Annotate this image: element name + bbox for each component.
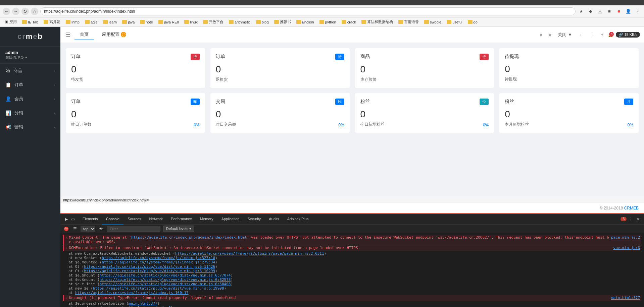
address-bar[interactable]: https://aqielife.cn/index.php/admin/inde… xyxy=(40,7,576,15)
card-header: 订单 昨 xyxy=(71,99,200,105)
folder-icon xyxy=(22,20,27,24)
tab-elements[interactable]: Elements xyxy=(79,214,102,225)
trace-link[interactable]: https://aqielife.cn/static/plug/vue/dist… xyxy=(100,278,231,282)
menu-item-left: 📋 订单 xyxy=(5,82,23,88)
bookmark-crack[interactable]: crack xyxy=(340,19,358,25)
tab-home[interactable]: 首页 xyxy=(75,29,94,40)
bookmark-java[interactable]: java xyxy=(120,19,137,25)
tab-sources[interactable]: Sources xyxy=(123,214,145,225)
tab-application[interactable]: Application xyxy=(217,214,244,225)
trace-link[interactable]: main.html:377 xyxy=(129,301,157,306)
user-area[interactable]: admin 超级管理员 ▾ xyxy=(0,47,60,64)
tab-adblock[interactable]: Adblock Plus xyxy=(283,214,313,225)
error-file-link[interactable]: main.html:377 xyxy=(611,296,640,300)
forward-button[interactable]: → xyxy=(12,8,19,15)
trace-link[interactable]: https://aqielife.cn/system/frame/js/plug… xyxy=(175,251,324,256)
card-badge: 月 xyxy=(624,99,633,105)
dropdown-icon: ▾ xyxy=(25,55,27,60)
bookmark-javare0[interactable]: java RE0 xyxy=(156,19,181,25)
device-icon[interactable]: ▭ xyxy=(70,216,76,222)
extension-icon-3[interactable]: ■ xyxy=(606,8,613,15)
extension-icon-1[interactable]: ◆ xyxy=(587,8,594,15)
trace-link[interactable]: https://aqielife.cn/static/plug/vue/dist… xyxy=(100,282,231,286)
bookmark-aqie[interactable]: aqie xyxy=(83,19,100,25)
card-title: 商品 xyxy=(360,54,370,60)
devtools-tab-icons: ▶ ▭ xyxy=(63,216,76,222)
bookmark-arithmetic[interactable]: arithmetic xyxy=(227,19,253,25)
bookmark-lnmp[interactable]: lnmp xyxy=(64,19,82,25)
bookmark-go[interactable]: go xyxy=(466,19,480,25)
tab-memory[interactable]: Memory xyxy=(196,214,217,225)
home-button[interactable]: ⌂ xyxy=(31,8,38,15)
extension-icon-2[interactable]: △ xyxy=(596,8,604,15)
bookmark-tuijian[interactable]: 推荐书 xyxy=(272,19,293,25)
bookmark-blog[interactable]: blog xyxy=(254,19,271,25)
address-text: https://aqielife.cn/index.php/admin/inde… xyxy=(44,9,135,14)
console-context-select[interactable]: top xyxy=(81,226,95,232)
tab-network[interactable]: Network xyxy=(145,214,167,225)
error-link[interactable]: https://aqielife.cn/index.php/admin/inde… xyxy=(131,235,247,240)
error-file-link[interactable]: pace.min.js:2 xyxy=(611,235,640,240)
back-button[interactable]: ← xyxy=(3,8,10,15)
bookmark-gaobingfa[interactable]: 高并发 xyxy=(42,19,62,25)
forward-nav-button[interactable]: → xyxy=(588,31,596,39)
bookmark-ietab[interactable]: IE Tab xyxy=(20,19,40,25)
bookmark-linux[interactable]: linux xyxy=(182,19,200,25)
bookmark-algorithm[interactable]: 算法和数据结构 xyxy=(359,19,395,25)
copyright-link[interactable]: CRMEB xyxy=(624,206,639,210)
card-label: 退换货 xyxy=(216,77,344,82)
tab-security[interactable]: Security xyxy=(243,214,265,225)
bookmark-baidu[interactable]: 百度语音 xyxy=(396,19,421,25)
trace-link[interactable]: https://aqielife.cn/system/frame/js/inde… xyxy=(102,260,215,264)
bookmark-star-icon[interactable]: ★ xyxy=(578,8,585,15)
card-percentage: 0% xyxy=(194,123,199,127)
trace-link[interactable]: vue.min.js:6 xyxy=(144,306,170,307)
trace-link[interactable]: https://aqielife.cn/static/plug/vue/dist… xyxy=(93,286,224,291)
tab-console[interactable]: Console xyxy=(102,214,123,225)
refresh-button[interactable]: ↻ xyxy=(21,8,29,15)
arrow-icon: › xyxy=(54,83,55,87)
tab-app-config[interactable]: 应用配置 ◯ xyxy=(97,29,132,40)
bookmark-note[interactable]: note xyxy=(138,19,155,25)
card-number: 0 xyxy=(71,64,200,75)
bookmark-python[interactable]: python xyxy=(317,19,338,25)
back-nav-button[interactable]: ← xyxy=(577,31,585,39)
console-filter-input[interactable] xyxy=(107,226,160,232)
user-avatar-icon[interactable]: 👤 xyxy=(625,8,632,15)
trace-link[interactable]: https://aqielife.cn/static/plug/vue/dist… xyxy=(100,273,231,278)
tab-performance[interactable]: Performance xyxy=(167,214,196,225)
prev-tab-button[interactable]: « xyxy=(538,31,544,39)
menu-icon[interactable]: ⋮ xyxy=(634,8,641,15)
show-drawer-icon[interactable]: ☰ xyxy=(72,226,78,232)
card-badge: 昨 xyxy=(191,99,200,105)
console-levels-select[interactable]: Default levels ▾ xyxy=(163,226,194,232)
error-icon: ⚠ xyxy=(65,246,68,250)
error-file-link[interactable]: vue.min.js:6 xyxy=(613,246,640,250)
bookmark-learn[interactable]: learn xyxy=(101,19,119,25)
close-tab-button[interactable]: 关闭 ▼ xyxy=(556,30,574,39)
sidebar-item-members[interactable]: 👤 会员 › xyxy=(0,92,60,106)
extension-icon-4[interactable]: ■ xyxy=(615,8,623,15)
tab-audits[interactable]: Audits xyxy=(265,214,283,225)
next-tab-button[interactable]: » xyxy=(547,31,553,39)
sidebar-item-distribution[interactable]: 📊 分销 › xyxy=(0,106,60,120)
bookmark-apps[interactable]: ▣ 应用 xyxy=(3,19,19,25)
clear-console-icon[interactable]: ⛔ xyxy=(63,226,69,232)
trace-link[interactable]: https://aqielife.cn/static/plug/vue/dist… xyxy=(84,264,215,269)
sidebar-item-orders[interactable]: 📋 订单 › xyxy=(0,78,60,92)
inspect-icon[interactable]: ▶ xyxy=(63,216,69,222)
devtools-close-icon[interactable]: ✕ xyxy=(635,216,641,222)
hamburger-button[interactable]: ☰ xyxy=(64,30,72,39)
bookmark-swoole[interactable]: swoole xyxy=(422,19,443,25)
bookmark-useful[interactable]: useful xyxy=(445,19,464,25)
eye-icon[interactable]: 👁 xyxy=(98,226,104,232)
trace-link[interactable]: https://aqielife.cn/static/plug/vue/dist… xyxy=(84,269,215,273)
sidebar-item-products[interactable]: 🛍 商品 › xyxy=(0,64,60,78)
bookmark-openplatform[interactable]: 开放平台 xyxy=(201,19,226,25)
trace-link[interactable]: https://aqielife.cn/system/frame/js/inde… xyxy=(102,256,215,260)
sidebar-item-marketing[interactable]: 📢 营销 › xyxy=(0,120,60,134)
trace-link[interactable]: https://aqielife.cn/system/frame/js/inde… xyxy=(75,291,189,295)
add-tab-button[interactable]: + xyxy=(599,31,606,39)
devtools-more-icon[interactable]: ⋮ xyxy=(628,216,634,222)
bookmark-english[interactable]: English xyxy=(294,19,316,25)
